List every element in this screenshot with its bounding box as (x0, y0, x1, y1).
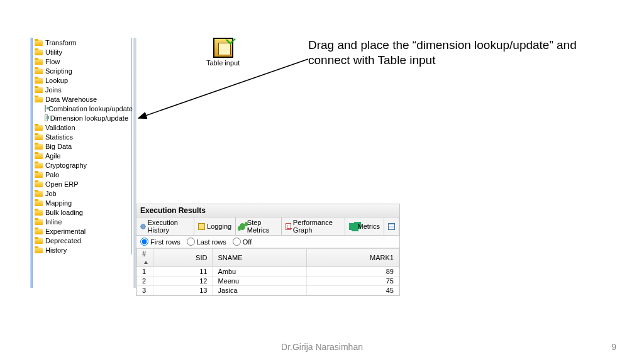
tab-logging[interactable]: Logging (194, 217, 236, 235)
cell: Meenu (213, 277, 307, 286)
cell: Jasica (213, 286, 307, 295)
col-rownum[interactable]: # (137, 249, 153, 267)
tab-label: Metrics (358, 222, 380, 230)
cell: 12 (153, 277, 213, 286)
sort-asc-icon (144, 261, 148, 264)
tree-label: Combination lookup/update (48, 105, 133, 112)
tree-label: Job (45, 190, 57, 197)
tree-item-utility[interactable]: Utility (35, 47, 128, 57)
footer-author: Dr.Girija Narasimhan (0, 342, 644, 352)
tree-item-transform[interactable]: Transform (35, 38, 128, 47)
tree-item-scripting[interactable]: Scripting (35, 66, 128, 75)
folder-icon (35, 162, 43, 168)
step-tree: Transform Utility Flow Scripting Lookup … (35, 38, 132, 255)
radio-label: First rows (150, 238, 180, 246)
perf-icon (286, 223, 291, 230)
folder-icon (35, 190, 43, 197)
tab-performance-graph[interactable]: Performance Graph (282, 217, 345, 235)
cell: Ambu (213, 267, 307, 277)
folder-icon (35, 228, 43, 234)
folder-icon (35, 246, 43, 253)
tree-item-inline[interactable]: Inline (35, 217, 128, 226)
cell: 3 (137, 286, 153, 295)
cell: 75 (307, 277, 399, 286)
radio-first-rows[interactable]: First rows (140, 238, 180, 246)
tab-label: Step Metrics (247, 219, 277, 234)
execution-tabs: Execution History Logging Step Metrics P… (136, 217, 399, 236)
tree-item-bulk-loading[interactable]: Bulk loading (35, 207, 128, 217)
tree-label: Transform (45, 39, 77, 47)
folder-icon (35, 58, 43, 65)
step-icon (45, 105, 46, 112)
tree-label: History (45, 246, 67, 254)
radio-last-rows[interactable]: Last rows (187, 238, 226, 246)
annotation-text: Drag and place the “dimension lookup/upd… (308, 38, 597, 68)
table-row[interactable]: 3 13 Jasica 45 (137, 286, 399, 295)
tree-item-big-data[interactable]: Big Data (35, 141, 128, 151)
tree-item-combination-lookup[interactable]: Combination lookup/update (35, 104, 128, 113)
metrics-icon (349, 223, 356, 230)
tree-item-flow[interactable]: Flow (35, 57, 128, 66)
tree-item-validation[interactable]: Validation (35, 123, 128, 132)
folder-icon (35, 86, 43, 93)
row-options: First rows Last rows Off (136, 236, 399, 248)
tree-label: Deprecated (45, 237, 81, 244)
tree-item-statistics[interactable]: Statistics (35, 132, 128, 141)
table-row[interactable]: 2 12 Meenu 75 (137, 277, 399, 286)
sidebar-accent (30, 38, 33, 288)
folder-icon (35, 124, 43, 131)
tree-item-joins[interactable]: Joins (35, 85, 128, 94)
folder-icon (35, 152, 43, 159)
tab-metrics[interactable]: Metrics (345, 217, 384, 235)
tree-item-data-warehouse[interactable]: Data Warehouse (35, 94, 128, 104)
table-row[interactable]: 1 11 Ambu 89 (137, 267, 399, 277)
tree-item-cryptography[interactable]: Cryptography (35, 160, 128, 170)
tree-label: Flow (45, 58, 60, 65)
tree-label: Big Data (45, 143, 72, 150)
col-mark1[interactable]: MARK1 (307, 249, 399, 267)
tree-label: Lookup (45, 77, 68, 84)
tree-label: Validation (45, 124, 75, 131)
tree-item-mapping[interactable]: Mapping (35, 198, 128, 207)
folder-icon (35, 67, 43, 74)
history-icon (140, 223, 146, 230)
tree-label: Joins (45, 86, 62, 94)
tree-label: Utility (45, 48, 62, 56)
tree-item-history[interactable]: History (35, 245, 128, 255)
tab-step-metrics[interactable]: Step Metrics (236, 217, 282, 235)
col-sid[interactable]: SID (153, 249, 213, 267)
cell: 2 (137, 277, 153, 286)
tree-item-agile[interactable]: Agile (35, 151, 128, 160)
radio-label: Off (243, 238, 252, 246)
tree-item-job[interactable]: Job (35, 189, 128, 198)
tree-item-deprecated[interactable]: Deprecated (35, 236, 128, 245)
table-input-step[interactable]: Table input (206, 38, 240, 67)
tree-label: Scripting (45, 67, 72, 75)
folder-icon (35, 143, 43, 150)
execution-results-panel: Execution Results Execution History Logg… (136, 204, 400, 296)
steps-icon (240, 223, 245, 230)
tree-label: Palo (45, 171, 59, 178)
tab-preview-data[interactable] (384, 217, 399, 235)
tree-label: Bulk loading (45, 209, 83, 216)
tree-label: Cryptography (45, 162, 87, 169)
tree-label: Data Warehouse (45, 96, 97, 103)
folder-icon (35, 77, 43, 84)
folder-icon (35, 209, 43, 216)
tree-item-dimension-lookup[interactable]: Dimension lookup/update (35, 113, 128, 123)
tree-item-experimental[interactable]: Experimental (35, 226, 128, 236)
folder-icon (35, 218, 43, 225)
folder-icon (35, 237, 43, 244)
folder-icon (35, 199, 43, 206)
tree-label: Statistics (45, 133, 73, 141)
radio-off[interactable]: Off (233, 238, 252, 246)
table-header-row: # SID SNAME MARK1 (137, 249, 399, 267)
tree-label: Inline (45, 218, 62, 226)
table-input-icon (213, 38, 233, 58)
tree-item-lookup[interactable]: Lookup (35, 75, 128, 85)
tab-execution-history[interactable]: Execution History (136, 217, 194, 235)
col-sname[interactable]: SNAME (213, 249, 307, 267)
tree-item-palo[interactable]: Palo (35, 170, 128, 179)
folder-icon (35, 171, 43, 178)
tree-item-open-erp[interactable]: Open ERP (35, 179, 128, 189)
